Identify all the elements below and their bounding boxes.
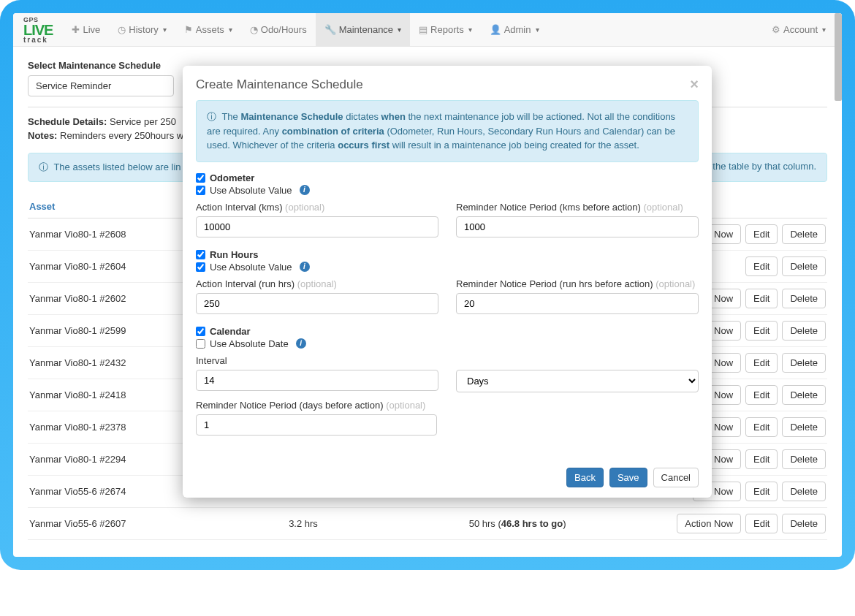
info-icon[interactable]: i: [296, 338, 306, 349]
nav-account-label: Account: [783, 24, 818, 35]
cancel-button[interactable]: Cancel: [653, 468, 699, 487]
asset-hours: 3.2 hrs: [248, 518, 358, 529]
nav-reports-label: Reports: [430, 24, 464, 35]
calendar-absolute-checkbox[interactable]: [196, 339, 205, 349]
edit-button[interactable]: Edit: [745, 289, 778, 308]
info-icon: ⓘ: [39, 161, 48, 172]
runhours-interval-input[interactable]: [196, 293, 438, 314]
edit-button[interactable]: Edit: [745, 514, 778, 533]
nav-live-label: Live: [83, 24, 100, 35]
nav-live[interactable]: ✚Live: [63, 13, 109, 47]
schedule-select[interactable]: Service Reminder: [28, 75, 174, 96]
create-schedule-modal: Create Maintenance Schedule × ⓘ The Main…: [183, 66, 712, 498]
caret-icon: ▾: [536, 26, 539, 34]
delete-button[interactable]: Delete: [782, 449, 826, 469]
delete-button[interactable]: Delete: [782, 514, 826, 533]
calendar-reminder-label: Reminder Notice Period (days before acti…: [196, 400, 384, 411]
runhours-label: Run Hours: [210, 249, 258, 260]
edit-button[interactable]: Edit: [745, 482, 778, 501]
modal-title: Create Maintenance Schedule: [196, 77, 363, 92]
runhours-checkbox[interactable]: [196, 250, 205, 259]
nav-admin[interactable]: 👤Admin▾: [481, 13, 548, 47]
delete-button[interactable]: Delete: [782, 321, 826, 341]
logo-track: track: [23, 36, 48, 44]
plus-icon: ✚: [72, 24, 80, 35]
navbar: GPS LIVE track ✚Live ◷History▾ ⚑Assets▾ …: [13, 13, 842, 47]
delete-button[interactable]: Delete: [782, 482, 826, 501]
delete-button[interactable]: Delete: [782, 224, 826, 244]
modal-info-alert: ⓘ The Maintenance Schedule dictates when…: [196, 100, 699, 162]
calendar-interval-input[interactable]: [196, 370, 438, 391]
nav-history[interactable]: ◷History▾: [109, 13, 175, 47]
odometer-absolute-label: Use Absolute Value: [210, 185, 292, 196]
nav-account[interactable]: ⚙Account▾: [763, 13, 835, 47]
edit-button[interactable]: Edit: [745, 224, 778, 244]
caret-icon: ▾: [822, 26, 826, 34]
nav-reports[interactable]: ▤Reports▾: [410, 13, 481, 47]
runhours-absolute-checkbox[interactable]: [196, 262, 205, 272]
nav-admin-label: Admin: [504, 24, 531, 35]
delete-button[interactable]: Delete: [782, 289, 826, 308]
save-button[interactable]: Save: [609, 468, 647, 487]
close-icon[interactable]: ×: [690, 76, 699, 93]
calendar-label: Calendar: [210, 326, 251, 337]
flag-icon: ⚑: [184, 24, 193, 35]
delete-button[interactable]: Delete: [782, 417, 826, 437]
wrench-icon: 🔧: [324, 24, 336, 35]
edit-button[interactable]: Edit: [745, 256, 778, 276]
odometer-reminder-label: Reminder Notice Period (kms before actio…: [456, 202, 641, 213]
edit-button[interactable]: Edit: [745, 385, 778, 405]
calendar-reminder-input[interactable]: [196, 414, 437, 436]
info-icon[interactable]: i: [300, 185, 310, 195]
odometer-checkbox[interactable]: [196, 173, 205, 183]
info-icon[interactable]: i: [300, 262, 310, 272]
calendar-unit-select[interactable]: Days: [456, 370, 699, 392]
caret-icon: ▾: [229, 26, 232, 34]
delete-button[interactable]: Delete: [782, 353, 826, 373]
runhours-reminder-input[interactable]: [456, 293, 699, 314]
info-icon: ⓘ: [207, 111, 216, 122]
logo: GPS LIVE track: [20, 15, 56, 45]
nav-history-label: History: [129, 24, 158, 35]
caret-icon: ▾: [398, 26, 401, 34]
action-now-button[interactable]: Action Now: [677, 514, 741, 533]
nav-assets-label: Assets: [196, 24, 224, 35]
odometer-label: Odometer: [210, 172, 254, 183]
odometer-absolute-checkbox[interactable]: [196, 186, 205, 195]
delete-button[interactable]: Delete: [782, 385, 826, 405]
report-icon: ▤: [419, 24, 428, 35]
info-text-right: rt the table by that column.: [704, 161, 816, 172]
runhours-reminder-label: Reminder Notice Period (run hrs before a…: [456, 278, 653, 289]
edit-button[interactable]: Edit: [745, 321, 778, 341]
nav-odo-label: Odo/Hours: [261, 24, 307, 35]
runhours-absolute-label: Use Absolute Value: [210, 262, 292, 273]
odometer-section: Odometer Use Absolute Valuei Action Inte…: [196, 172, 699, 237]
asset-remaining: 50 hrs (46.8 hrs to go): [358, 518, 677, 529]
back-button[interactable]: Back: [566, 468, 604, 487]
table-row: Yanmar Vio55-6 #2607 3.2 hrs 50 hrs (46.…: [28, 508, 827, 540]
caret-icon: ▾: [468, 26, 472, 34]
gauge-icon: ◔: [250, 24, 258, 35]
nav-maintenance[interactable]: 🔧Maintenance▾: [316, 13, 410, 47]
calendar-interval-label: Interval: [196, 355, 438, 366]
delete-button[interactable]: Delete: [782, 256, 826, 276]
edit-button[interactable]: Edit: [745, 449, 778, 469]
nav-maintenance-label: Maintenance: [339, 24, 393, 35]
calendar-checkbox[interactable]: [196, 327, 205, 336]
odometer-interval-label: Action Interval (kms): [196, 202, 282, 213]
asset-name: Yanmar Vio55-6 #2607: [29, 518, 248, 529]
user-icon: 👤: [490, 24, 501, 35]
nav-assets[interactable]: ⚑Assets▾: [175, 13, 241, 47]
calendar-section: Calendar Use Absolute Datei Interval Day…: [196, 326, 699, 436]
edit-button[interactable]: Edit: [745, 353, 778, 373]
runhours-section: Run Hours Use Absolute Valuei Action Int…: [196, 249, 699, 314]
nav-odo[interactable]: ◔Odo/Hours: [241, 13, 316, 47]
odometer-reminder-input[interactable]: [456, 216, 699, 237]
odometer-interval-input[interactable]: [196, 216, 438, 237]
info-text-left: The assets listed below are lin: [53, 161, 180, 172]
runhours-interval-label: Action Interval (run hrs): [196, 278, 294, 289]
calendar-absolute-label: Use Absolute Date: [210, 338, 289, 349]
gear-icon: ⚙: [772, 24, 780, 35]
clock-icon: ◷: [118, 24, 126, 35]
edit-button[interactable]: Edit: [745, 417, 778, 437]
